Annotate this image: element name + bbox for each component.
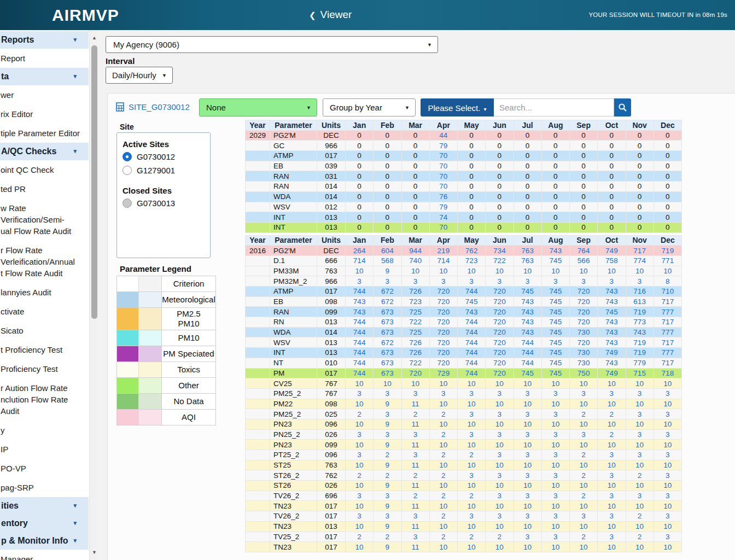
sidebar-item[interactable]: Report xyxy=(0,49,89,68)
month-value-link[interactable]: 10 xyxy=(346,378,374,389)
month-value-link[interactable]: 10 xyxy=(458,378,486,389)
month-value-link[interactable]: 11 xyxy=(401,440,429,450)
month-value-link[interactable]: 777 xyxy=(654,348,681,358)
month-value-link[interactable]: 745 xyxy=(541,358,569,368)
month-value-link[interactable]: 10 xyxy=(570,378,598,389)
month-value-link[interactable]: 720 xyxy=(429,287,457,297)
month-value-link[interactable]: 10 xyxy=(401,266,429,276)
radio-button[interactable] xyxy=(122,152,132,161)
radio-button[interactable] xyxy=(122,199,132,208)
month-value-link[interactable]: 10 xyxy=(626,419,654,429)
month-value-link[interactable]: 3 xyxy=(401,511,429,522)
month-value-link[interactable]: 2 xyxy=(429,409,457,419)
month-value-link[interactable]: 10 xyxy=(570,460,598,470)
month-value-link[interactable]: 3 xyxy=(401,429,429,440)
month-value-link[interactable]: 777 xyxy=(654,327,681,337)
month-value-link[interactable]: 3 xyxy=(486,470,514,481)
month-value-link[interactable]: 720 xyxy=(401,368,429,378)
month-value-link[interactable]: 3 xyxy=(654,511,681,522)
month-value-link[interactable]: 764 xyxy=(570,246,598,256)
month-value-link[interactable]: 777 xyxy=(654,307,681,317)
month-value-link[interactable]: 8 xyxy=(654,276,681,287)
month-value-link[interactable]: 10 xyxy=(626,378,654,389)
sidebar-scrollbar[interactable]: ▲ ▼ xyxy=(89,30,98,560)
month-value-link[interactable]: 3 xyxy=(486,429,514,440)
month-value-link[interactable]: 10 xyxy=(654,440,681,450)
month-value-link[interactable]: 2 xyxy=(374,532,401,542)
month-value-link[interactable]: 11 xyxy=(401,501,429,511)
month-value-link[interactable]: 10 xyxy=(598,521,626,532)
month-value-link[interactable]: 743 xyxy=(626,327,654,337)
month-value-link[interactable]: 10 xyxy=(458,501,486,511)
month-value-link[interactable]: 743 xyxy=(346,307,374,317)
month-value-link[interactable]: 10 xyxy=(346,460,374,470)
month-value-link[interactable]: 773 xyxy=(626,317,654,328)
sidebar-section-header[interactable]: Reports▾ xyxy=(0,31,89,49)
search-input[interactable] xyxy=(494,98,614,116)
month-value-link[interactable]: 2 xyxy=(570,450,598,460)
month-value-link[interactable]: 3 xyxy=(654,409,681,419)
month-value-link[interactable]: 3 xyxy=(514,409,541,419)
month-value-link[interactable]: 2 xyxy=(429,429,457,440)
month-value-link[interactable]: 3 xyxy=(429,388,457,399)
month-value-link[interactable]: 10 xyxy=(598,266,626,276)
month-value-link[interactable]: 3 xyxy=(486,450,514,460)
month-value-link[interactable]: 79 xyxy=(429,141,457,151)
month-value-link[interactable]: 10 xyxy=(570,542,598,552)
scroll-down-icon[interactable]: ▼ xyxy=(90,548,99,557)
month-value-link[interactable]: 717 xyxy=(654,317,681,328)
month-value-link[interactable]: 745 xyxy=(541,348,569,358)
month-value-link[interactable]: 74 xyxy=(429,212,457,223)
month-value-link[interactable]: 743 xyxy=(514,296,541,307)
site-radio-option[interactable]: G0730013 xyxy=(122,199,206,208)
month-value-link[interactable]: 723 xyxy=(458,255,486,266)
month-value-link[interactable]: 9 xyxy=(374,419,401,429)
month-value-link[interactable]: 10 xyxy=(346,481,374,491)
month-value-link[interactable]: 9 xyxy=(374,460,401,470)
month-value-link[interactable]: 10 xyxy=(654,521,681,532)
month-value-link[interactable]: 9 xyxy=(374,501,401,511)
month-value-link[interactable]: 3 xyxy=(486,409,514,419)
month-value-link[interactable]: 3 xyxy=(486,276,514,287)
month-value-link[interactable]: 730 xyxy=(570,327,598,337)
month-value-link[interactable]: 3 xyxy=(486,388,514,399)
month-value-link[interactable]: 3 xyxy=(541,409,569,419)
month-value-link[interactable]: 10 xyxy=(458,521,486,532)
filter-select[interactable]: None ▼ xyxy=(199,98,317,116)
month-value-link[interactable]: 745 xyxy=(541,327,569,337)
month-value-link[interactable]: 743 xyxy=(458,307,486,317)
month-value-link[interactable]: 673 xyxy=(374,358,401,368)
month-value-link[interactable]: 10 xyxy=(486,481,514,491)
month-value-link[interactable]: 3 xyxy=(598,450,626,460)
month-value-link[interactable]: 743 xyxy=(598,287,626,297)
month-value-link[interactable]: 3 xyxy=(541,470,569,481)
month-value-link[interactable]: 720 xyxy=(486,296,514,307)
month-value-link[interactable]: 3 xyxy=(598,491,626,501)
month-value-link[interactable]: 10 xyxy=(486,419,514,429)
month-value-link[interactable]: 10 xyxy=(514,501,541,511)
month-value-link[interactable]: 10 xyxy=(570,440,598,450)
month-value-link[interactable]: 720 xyxy=(429,327,457,337)
month-value-link[interactable]: 725 xyxy=(401,307,429,317)
month-value-link[interactable]: 3 xyxy=(541,450,569,460)
month-value-link[interactable]: 714 xyxy=(429,255,457,266)
month-value-link[interactable]: 745 xyxy=(541,296,569,307)
month-value-link[interactable]: 2 xyxy=(570,532,598,542)
month-value-link[interactable]: 723 xyxy=(401,296,429,307)
month-value-link[interactable]: 3 xyxy=(598,388,626,399)
month-value-link[interactable]: 10 xyxy=(486,266,514,276)
month-value-link[interactable]: 3 xyxy=(401,276,429,287)
month-value-link[interactable]: 70 xyxy=(429,182,457,192)
month-value-link[interactable]: 10 xyxy=(429,542,457,552)
month-value-link[interactable]: 729 xyxy=(429,368,457,378)
month-value-link[interactable]: 3 xyxy=(514,429,541,440)
month-value-link[interactable]: 725 xyxy=(401,327,429,337)
month-value-link[interactable]: 10 xyxy=(541,521,569,532)
month-value-link[interactable]: 3 xyxy=(346,388,374,399)
month-value-link[interactable]: 720 xyxy=(486,368,514,378)
month-value-link[interactable]: 720 xyxy=(570,317,598,328)
month-value-link[interactable]: 744 xyxy=(458,327,486,337)
month-value-link[interactable]: 779 xyxy=(626,358,654,368)
month-value-link[interactable]: 10 xyxy=(598,399,626,409)
month-value-link[interactable]: 10 xyxy=(429,399,457,409)
